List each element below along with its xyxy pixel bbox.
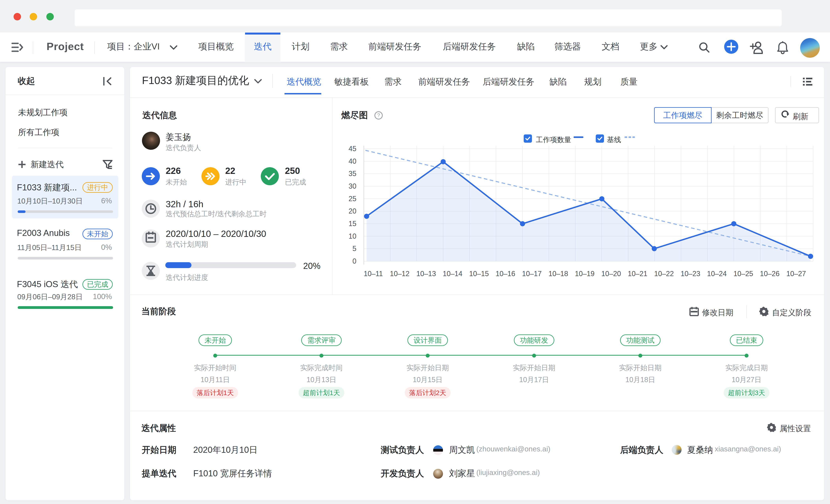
svg-text:10–23: 10–23 xyxy=(680,270,700,278)
svg-text:15: 15 xyxy=(349,220,356,228)
svg-text:10–12: 10–12 xyxy=(390,270,410,278)
svg-text:25: 25 xyxy=(349,195,356,203)
svg-text:5: 5 xyxy=(352,244,356,253)
svg-text:10–15: 10–15 xyxy=(469,270,489,278)
svg-text:40: 40 xyxy=(349,157,356,165)
svg-text:10: 10 xyxy=(349,232,356,240)
svg-text:45: 45 xyxy=(349,145,356,153)
svg-text:10–11: 10–11 xyxy=(364,270,383,278)
svg-text:10–27: 10–27 xyxy=(787,270,806,278)
svg-text:20: 20 xyxy=(349,207,356,215)
svg-text:10–18: 10–18 xyxy=(548,270,568,278)
svg-text:10–17: 10–17 xyxy=(522,270,542,278)
svg-text:10–16: 10–16 xyxy=(496,270,515,278)
svg-text:10–21: 10–21 xyxy=(628,270,647,278)
svg-text:10–26: 10–26 xyxy=(760,270,779,278)
svg-text:10–24: 10–24 xyxy=(707,270,727,278)
svg-text:10–14: 10–14 xyxy=(443,270,462,278)
svg-text:10–25: 10–25 xyxy=(733,270,753,278)
svg-text:10–20: 10–20 xyxy=(601,270,621,278)
svg-text:0: 0 xyxy=(352,257,356,265)
svg-text:10–13: 10–13 xyxy=(416,270,436,278)
svg-text:10–19: 10–19 xyxy=(575,270,595,278)
svg-text:30: 30 xyxy=(349,182,356,190)
svg-text:35: 35 xyxy=(349,170,356,178)
svg-text:10–22: 10–22 xyxy=(654,270,674,278)
